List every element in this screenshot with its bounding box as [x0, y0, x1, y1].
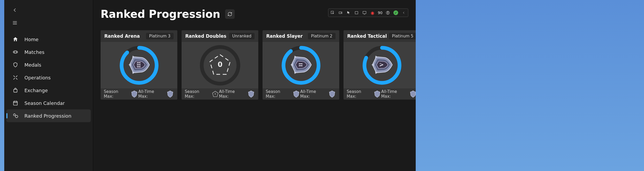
svg-point-2 — [16, 52, 17, 52]
season-max-icon — [292, 90, 300, 98]
progress-ring: V — [362, 45, 402, 85]
rank-pill: Platinum 5 — [389, 33, 416, 39]
card-title: Ranked Arena — [104, 33, 140, 39]
svg-point-5 — [14, 114, 15, 116]
card-header: Ranked Slayer Platinum 2 — [263, 30, 339, 42]
inspect-icon[interactable] — [330, 10, 335, 15]
alltime-max-icon — [166, 90, 174, 98]
cursor-icon[interactable] — [346, 10, 351, 15]
svg-text:0: 0 — [214, 93, 216, 95]
card-body: III — [101, 42, 177, 88]
refresh-button[interactable] — [225, 9, 235, 19]
alltime-max-icon — [409, 90, 416, 98]
card-header: Ranked Tactical Platinum 5 — [344, 30, 416, 42]
window-icon[interactable] — [354, 10, 359, 15]
alltime-max-label: All-Time Max: — [381, 89, 407, 99]
title-row: Ranked Progression ◉ 90 ✓ — [101, 8, 408, 20]
card-title: Ranked Slayer — [266, 33, 303, 39]
menu-button[interactable] — [10, 18, 20, 28]
alltime-max-label: All-Time Max: — [138, 89, 164, 99]
cast-icon[interactable] — [362, 10, 367, 15]
rank-card[interactable]: Ranked Slayer Platinum 2 II Season Max: — [263, 30, 339, 100]
svg-point-0 — [13, 51, 18, 53]
sidebar-item-matches[interactable]: Matches — [6, 46, 91, 58]
rank-card[interactable]: Ranked Tactical Platinum 5 V Season Max: — [344, 30, 416, 100]
alltime-max-icon — [247, 90, 255, 98]
unranked-ring: 0 — [200, 45, 240, 85]
bag-icon — [12, 87, 19, 93]
unranked-pentagon-icon: 0 — [207, 52, 233, 79]
card-footer: Season Max: 0 All-Time Max: — [182, 88, 258, 100]
alltime-max-label: All-Time Max: — [219, 89, 245, 99]
season-max-label: Season Max: — [266, 89, 290, 99]
card-body: V — [344, 42, 416, 88]
card-body: 0 — [182, 42, 258, 88]
card-footer: Season Max: All-Time Max: — [101, 88, 177, 100]
sidebar-item-label: Medals — [24, 62, 41, 68]
alltime-max-label: All-Time Max: — [300, 89, 326, 99]
chevron-left-icon[interactable] — [401, 10, 406, 15]
card-header: Ranked Arena Platinum 3 — [101, 30, 177, 42]
alltime-max-icon — [328, 90, 336, 98]
rank-icon — [12, 113, 19, 119]
svg-point-12 — [388, 12, 388, 12]
hamburger-icon — [12, 20, 18, 25]
card-footer: Season Max: All-Time Max: — [344, 88, 416, 100]
arrow-left-icon — [12, 7, 18, 13]
rank-card[interactable]: Ranked Arena Platinum 3 III Season Max: — [101, 30, 177, 100]
rank-pill: Unranked — [229, 33, 255, 39]
sidebar-item-ranked-progression[interactable]: Ranked Progression — [6, 109, 91, 122]
video-icon[interactable] — [338, 10, 343, 15]
sidebar-item-label: Matches — [24, 49, 44, 55]
page-title: Ranked Progression — [101, 8, 220, 20]
svg-rect-3 — [14, 89, 17, 92]
rank-shield-icon: III — [128, 53, 151, 77]
svg-rect-9 — [355, 11, 358, 14]
sidebar-item-season-calendar[interactable]: Season Calendar — [6, 97, 91, 109]
svg-point-1 — [14, 52, 15, 52]
sidebar-item-operations[interactable]: Operations — [6, 71, 91, 84]
rank-shield-icon: V — [371, 53, 393, 77]
svg-rect-10 — [363, 11, 366, 14]
cards-grid: Ranked Arena Platinum 3 III Season Max: — [101, 30, 408, 100]
card-title: Ranked Tactical — [347, 33, 387, 39]
debug-toolbar: ◉ 90 ✓ — [328, 8, 408, 17]
svg-text:0: 0 — [217, 61, 222, 69]
sidebar-item-exchange[interactable]: Exchange — [6, 84, 91, 97]
record-icon[interactable]: ◉ — [370, 10, 375, 15]
sidebar-item-home[interactable]: Home — [6, 33, 91, 46]
season-max-label: Season Max: — [347, 89, 371, 99]
card-header: Ranked Doubles Unranked — [182, 30, 258, 42]
card-title: Ranked Doubles — [185, 33, 226, 39]
main-content: Ranked Progression ◉ 90 ✓ Ranked Arena P… — [93, 0, 416, 171]
svg-text:II: II — [298, 63, 303, 67]
rank-card[interactable]: Ranked Doubles Unranked 0 Season Max: 0 … — [182, 30, 258, 100]
progress-ring: II — [281, 45, 321, 85]
svg-text:V: V — [379, 63, 384, 66]
svg-rect-4 — [14, 101, 18, 105]
svg-rect-8 — [339, 12, 341, 14]
rank-pill: Platinum 3 — [146, 33, 174, 39]
season-max-label: Season Max: — [104, 89, 128, 99]
sidebar-item-label: Season Calendar — [24, 100, 65, 106]
sidebar-item-label: Operations — [24, 75, 51, 80]
rank-shield-icon: II — [290, 53, 312, 77]
back-button[interactable] — [10, 5, 20, 15]
card-footer: Season Max: All-Time Max: — [263, 88, 339, 100]
progress-ring: III — [119, 45, 159, 85]
sidebar-item-label: Ranked Progression — [24, 113, 71, 119]
controller-icon — [12, 49, 19, 55]
home-icon — [12, 36, 19, 42]
record-value: 90 — [378, 11, 383, 15]
sidebar: Home Matches Medals Operations — [4, 0, 93, 171]
sidebar-item-medals[interactable]: Medals — [6, 58, 91, 71]
sidebar-item-label: Home — [24, 37, 38, 42]
accessibility-icon[interactable] — [385, 10, 390, 15]
season-max-icon: 0 — [212, 90, 219, 98]
rank-pill: Platinum 2 — [308, 33, 336, 39]
sidebar-item-label: Exchange — [24, 88, 48, 93]
season-max-icon — [130, 90, 138, 98]
calendar-icon — [12, 100, 19, 106]
nav-list: Home Matches Medals Operations — [4, 33, 93, 122]
status-ok-icon[interactable]: ✓ — [393, 10, 398, 15]
